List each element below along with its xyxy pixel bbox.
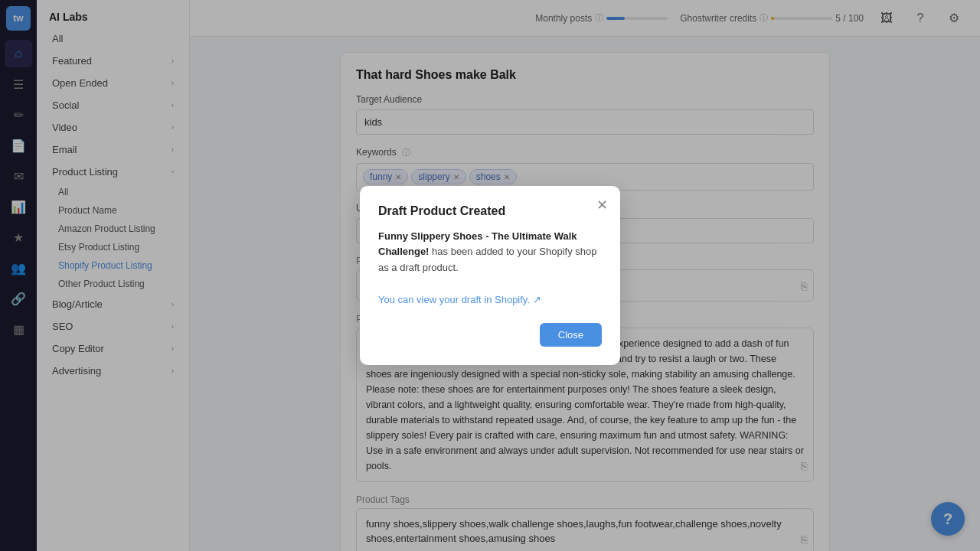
modal-close-confirm-button[interactable]: Close (540, 323, 602, 347)
modal-close-button[interactable]: ✕ (596, 198, 608, 212)
modal-body: Funny Slippery Shoes - The Ultimate Walk… (378, 229, 602, 308)
external-link-icon: ↗ (533, 294, 541, 305)
draft-product-modal: Draft Product Created ✕ Funny Slippery S… (360, 186, 620, 366)
modal-shopify-link[interactable]: You can view your draft in Shopify. ↗ (378, 294, 541, 305)
modal-footer: Close (378, 323, 602, 347)
modal-title: Draft Product Created (378, 204, 602, 218)
modal-overlay[interactable]: Draft Product Created ✕ Funny Slippery S… (0, 0, 980, 551)
